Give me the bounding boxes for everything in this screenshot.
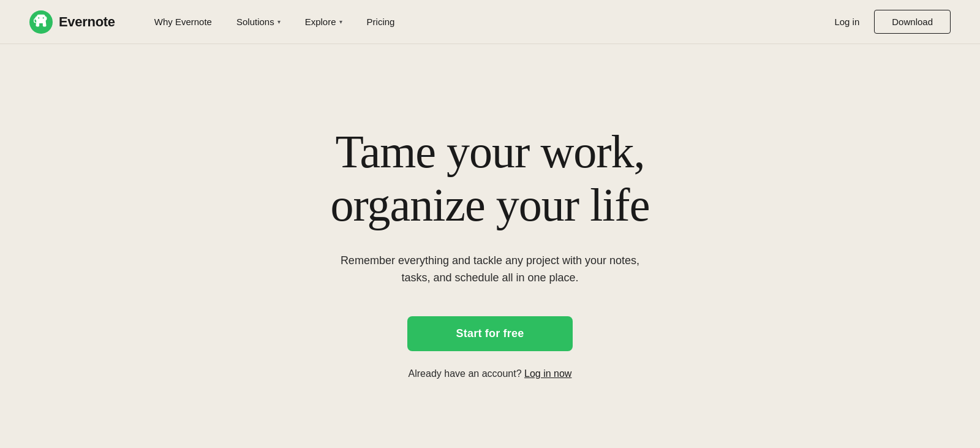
evernote-logo-icon <box>29 10 53 34</box>
svg-point-3 <box>43 17 44 18</box>
navbar: Evernote Why Evernote Solutions ▾ Explor… <box>0 0 980 44</box>
download-button[interactable]: Download <box>874 10 951 34</box>
nav-pricing[interactable]: Pricing <box>357 12 405 32</box>
hero-title: Tame your work, organize your life <box>331 125 650 232</box>
nav-links: Why Evernote Solutions ▾ Explore ▾ Prici… <box>145 12 835 32</box>
nav-explore[interactable]: Explore ▾ <box>295 12 352 32</box>
hero-subtitle: Remember everything and tackle any proje… <box>331 252 649 287</box>
logo-link[interactable]: Evernote <box>29 10 115 34</box>
nav-actions: Log in Download <box>834 10 951 34</box>
solutions-chevron-icon: ▾ <box>277 18 281 25</box>
logo-text: Evernote <box>59 14 115 30</box>
explore-chevron-icon: ▾ <box>339 18 342 25</box>
login-now-link[interactable]: Log in now <box>524 368 571 379</box>
login-link[interactable]: Log in <box>834 17 859 27</box>
already-account-text: Already have an account? Log in now <box>409 368 572 379</box>
start-for-free-button[interactable]: Start for free <box>407 316 573 351</box>
svg-point-2 <box>38 17 39 18</box>
nav-solutions[interactable]: Solutions ▾ <box>227 12 290 32</box>
hero-section: Tame your work, organize your life Remem… <box>0 44 980 448</box>
nav-why-evernote[interactable]: Why Evernote <box>145 12 222 32</box>
